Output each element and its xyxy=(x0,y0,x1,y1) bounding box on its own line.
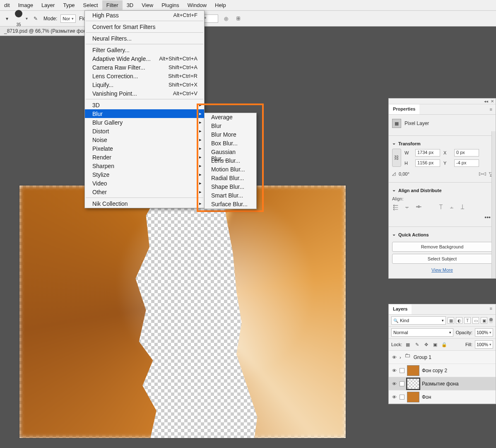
menu-item-video[interactable]: Video xyxy=(85,179,204,188)
filter-shape-icon[interactable]: ▭ xyxy=(472,317,479,324)
menu-layer[interactable]: Layer xyxy=(37,0,59,10)
menu-item-stylize[interactable]: Stylize xyxy=(85,170,204,179)
menu-plugins[interactable]: Plugins xyxy=(157,0,183,10)
view-more-link[interactable]: View More xyxy=(392,266,492,274)
submenu-item-box-blur-[interactable]: Box Blur... xyxy=(205,139,256,148)
menu-image[interactable]: Image xyxy=(14,0,37,10)
menu-item-blur-gallery[interactable]: Blur Gallery xyxy=(85,118,204,127)
menu-item-pixelate[interactable]: Pixelate xyxy=(85,144,204,153)
submenu-item-surface-blur-[interactable]: Surface Blur... xyxy=(205,200,256,209)
submenu-item-blur-more[interactable]: Blur More xyxy=(205,130,256,139)
layer-filter-kind[interactable]: Kind▾ xyxy=(391,316,446,325)
select-subject-button[interactable]: Select Subject xyxy=(392,254,492,264)
layer-row[interactable]: 👁Фон copy 2 xyxy=(389,364,496,377)
filter-type-icon[interactable]: T xyxy=(464,317,471,324)
menu-item-noise[interactable]: Noise xyxy=(85,135,204,144)
panel-menu-icon[interactable]: ≡ xyxy=(486,105,496,113)
align-left-icon[interactable]: ⬱ xyxy=(393,204,398,211)
align-right-icon[interactable]: ⬲ xyxy=(416,204,421,211)
blend-mode-select[interactable]: Nor xyxy=(60,14,76,23)
menu-item-other[interactable]: Other xyxy=(85,188,204,196)
blur-submenu[interactable]: AverageBlurBlur MoreBox Blur...Gaussian … xyxy=(204,113,257,209)
menu-filter[interactable]: Filter xyxy=(102,0,123,10)
symmetry-target-icon[interactable]: ◎ xyxy=(222,14,231,23)
layers-tab[interactable]: Layers xyxy=(389,304,412,314)
layer-thumb[interactable] xyxy=(407,378,419,389)
align-top-icon[interactable]: ⟙ xyxy=(439,204,443,211)
transform-header[interactable]: Transform xyxy=(392,138,492,149)
menu-item-render[interactable]: Render xyxy=(85,153,204,161)
lock-trans-icon[interactable]: ▦ xyxy=(405,341,411,348)
menu-type[interactable]: Type xyxy=(59,0,79,10)
layer-checkbox[interactable] xyxy=(400,395,405,400)
menu-item-sharpen[interactable]: Sharpen xyxy=(85,161,204,170)
filter-pixel-icon[interactable]: ▦ xyxy=(448,317,454,324)
layer-thumb[interactable] xyxy=(407,365,419,376)
menu-item-camera-raw-filter-[interactable]: Camera Raw Filter...Shift+Ctrl+A xyxy=(85,63,204,72)
menu-item-vanishing-point-[interactable]: Vanishing Point...Alt+Ctrl+V xyxy=(85,89,204,98)
lock-move-icon[interactable]: ✥ xyxy=(423,341,429,348)
align-hcenter-icon[interactable]: ⫟ xyxy=(404,204,410,211)
menu-item-distort[interactable]: Distort xyxy=(85,127,204,135)
panel-scrollbar[interactable] xyxy=(491,131,496,278)
layer-checkbox[interactable] xyxy=(400,381,405,386)
layer-checkbox[interactable] xyxy=(400,368,405,373)
layer-row[interactable]: 👁Размытие фона xyxy=(389,377,496,390)
layer-opacity-input[interactable]: 100% xyxy=(475,328,493,337)
flip-h-icon[interactable]: ▷◁ xyxy=(479,171,486,176)
visibility-icon[interactable]: 👁 xyxy=(391,355,397,360)
rotate-input[interactable]: 0,00° xyxy=(399,171,423,176)
submenu-item-gaussian-blur-[interactable]: Gaussian Blur... xyxy=(205,148,256,157)
submenu-item-motion-blur-[interactable]: Motion Blur... xyxy=(205,165,256,174)
filter-adjust-icon[interactable]: ◐ xyxy=(456,317,462,324)
submenu-item-radial-blur-[interactable]: Radial Blur... xyxy=(205,174,256,183)
lock-artboard-icon[interactable]: ▣ xyxy=(432,341,438,348)
quick-actions-header[interactable]: Quick Actions xyxy=(392,229,492,240)
layer-row[interactable]: 👁Фон xyxy=(389,390,496,404)
align-vcenter-icon[interactable]: ⫠ xyxy=(449,204,455,211)
layer-thumb[interactable] xyxy=(407,392,419,402)
filter-smart-icon[interactable]: ▣ xyxy=(481,317,487,324)
menu-dit[interactable]: dit xyxy=(0,0,14,10)
align-bottom-icon[interactable]: ⟘ xyxy=(460,204,465,211)
y-input[interactable]: -4 px xyxy=(454,159,479,167)
layer-list[interactable]: 👁›🗀Group 1👁Фон copy 2👁Размытие фона👁Фон xyxy=(389,351,496,404)
submenu-item-shape-blur-[interactable]: Shape Blur... xyxy=(205,183,256,191)
collapse-icon[interactable]: ◂◂ xyxy=(484,99,488,104)
menu-item-filter-gallery-[interactable]: Filter Gallery... xyxy=(85,46,204,54)
layer-name[interactable]: Фон xyxy=(422,394,431,400)
properties-tab[interactable]: Properties xyxy=(389,104,419,114)
submenu-item-lens-blur-[interactable]: Lens Blur... xyxy=(205,157,256,165)
layer-fill-input[interactable]: 100% xyxy=(475,340,493,349)
brush-preview-icon[interactable] xyxy=(15,10,22,17)
menu-item-adaptive-wide-angle-[interactable]: Adaptive Wide Angle...Alt+Shift+Ctrl+A xyxy=(85,54,204,63)
visibility-icon[interactable]: 👁 xyxy=(391,368,397,373)
link-wh-icon[interactable]: ⛓ xyxy=(392,149,401,167)
menu-item-neural-filters-[interactable]: Neural Filters... xyxy=(85,34,204,43)
menu-select[interactable]: Select xyxy=(79,0,102,10)
align-header[interactable]: Align and Distribute xyxy=(392,185,492,195)
submenu-item-smart-blur-[interactable]: Smart Blur... xyxy=(205,191,256,200)
close-icon[interactable]: ✕ xyxy=(491,99,494,104)
document-tab[interactable]: _8719.psd @ 66,7% (Размытие фон xyxy=(0,26,90,36)
dropdown-caret-icon[interactable]: ▾ xyxy=(26,16,28,21)
menu-item-convert-for-smart-filters[interactable]: Convert for Smart Filters xyxy=(85,22,204,31)
tool-preset-icon[interactable]: ▾ xyxy=(2,14,12,23)
menu-item-blur[interactable]: Blur xyxy=(85,109,204,118)
lock-all-icon[interactable]: 🔒 xyxy=(441,341,448,348)
layer-name[interactable]: Group 1 xyxy=(414,354,431,360)
remove-background-button[interactable]: Remove Background xyxy=(392,242,492,252)
panel-title-bar[interactable]: ◂◂✕ xyxy=(389,99,496,104)
menu-item-3d[interactable]: 3D xyxy=(85,101,204,109)
filter-menu[interactable]: High PassAlt+Ctrl+FConvert for Smart Fil… xyxy=(84,10,205,208)
brush-settings-icon[interactable]: ✎ xyxy=(31,14,40,23)
menu-item-lens-correction-[interactable]: Lens Correction...Shift+Ctrl+R xyxy=(85,72,204,80)
height-input[interactable]: 1156 px xyxy=(415,159,440,167)
menu-window[interactable]: Window xyxy=(183,0,211,10)
menu-view[interactable]: View xyxy=(137,0,157,10)
visibility-icon[interactable]: 👁 xyxy=(391,381,397,386)
menu-item-nik-collection[interactable]: Nik Collection xyxy=(85,199,204,208)
menu-3d[interactable]: 3D xyxy=(123,0,138,10)
layers-menu-icon[interactable]: ≡ xyxy=(486,304,496,314)
disclosure-icon[interactable]: › xyxy=(400,355,401,360)
